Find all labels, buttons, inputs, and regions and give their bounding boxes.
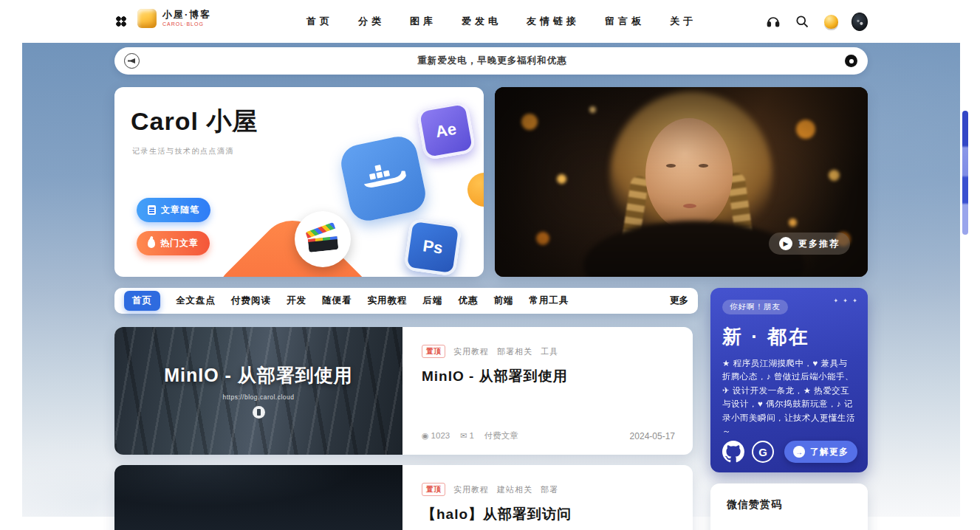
pinned-badge: 置顶 — [422, 483, 445, 496]
post-title[interactable]: MinIO - 从部署到使用 — [422, 367, 674, 386]
site-intro-card: Carol 小屋 记录生活与技术的点点滴滴 文章随笔 热门文章 Ae — [114, 87, 484, 277]
nav-item-categories[interactable]: 分类 — [358, 15, 385, 28]
tab-tutorials[interactable]: 实用教程 — [368, 295, 408, 307]
paid-label: 付费文章 — [484, 430, 518, 441]
post-tag[interactable]: 实用教程 — [453, 346, 489, 357]
photoshop-icon: Ps — [403, 218, 462, 276]
tab-casual[interactable]: 随便看 — [322, 295, 352, 307]
top-navbar: 小屋·博客 CAROL·BLOG 首页 分类 图库 爱发电 友情链接 留言板 关… — [0, 0, 980, 43]
announcement-bar: 重新爱发电，早晚更多福利和优惠 — [114, 47, 868, 75]
post-content: 置顶 实用教程 部署相关 工具 MinIO - 从部署到使用 ◉1023 ✉1 … — [402, 327, 693, 455]
post-tag[interactable]: 部署 — [541, 484, 558, 495]
final-cut-icon — [295, 211, 351, 267]
announcement-text[interactable]: 重新爱发电，早晚更多福利和优惠 — [140, 55, 845, 67]
announcement-action-icon[interactable] — [845, 55, 857, 67]
post-thumbnail-minio[interactable]: MinIO - 从部署到使用 https://blog.carol.cloud — [114, 327, 402, 455]
corner-decor-text: ✦ ✦ ✦ — [833, 297, 859, 304]
github-icon[interactable] — [722, 441, 744, 463]
learn-more-button[interactable]: → 了解更多 — [784, 441, 857, 463]
ae-label: Ae — [434, 120, 458, 142]
clapperboard-glyph — [307, 229, 339, 252]
tab-frontend[interactable]: 前端 — [494, 295, 514, 307]
tab-roundup[interactable]: 全文盘点 — [176, 295, 216, 307]
arrow-icon: → — [793, 446, 805, 458]
post-tag[interactable]: 工具 — [541, 346, 558, 357]
nav-item-about[interactable]: 关于 — [670, 15, 696, 28]
after-effects-icon: Ae — [416, 100, 476, 160]
page: 小屋·博客 CAROL·BLOG 首页 分类 图库 爱发电 友情链接 留言板 关… — [0, 0, 980, 530]
flame-icon — [148, 238, 155, 248]
orange-dot-decor — [467, 173, 484, 207]
post-title[interactable]: 【halo】从部署到访问 — [422, 505, 674, 524]
user-avatar[interactable] — [851, 13, 868, 30]
hot-posts-button-label: 热门文章 — [160, 237, 199, 249]
tab-home[interactable]: 首页 — [124, 291, 160, 311]
pinned-badge: 置顶 — [422, 345, 445, 358]
nav-item-message-board[interactable]: 留言板 — [605, 15, 645, 28]
views-count: ◉1023 — [422, 431, 450, 441]
document-icon — [148, 205, 156, 215]
nav-item-gallery[interactable]: 图库 — [410, 15, 436, 28]
post-date: 2024-05-17 — [630, 431, 675, 441]
post-tag[interactable]: 部署相关 — [497, 346, 532, 357]
profile-bio: ★ 程序员江湖摸爬中，♥ 兼具与折腾心态，♪ 曾做过后端小能手、✈ 设计开发一条… — [722, 357, 856, 438]
thumbnail-caption: https://blog.carol.cloud — [222, 393, 294, 401]
thumbnail-logo-icon — [253, 406, 265, 419]
scrollbar-thumb[interactable] — [962, 111, 968, 235]
profile-card: 你好啊！朋友 ✦ ✦ ✦ 新 · 都在 ★ 程序员江湖摸爬中，♥ 兼具与折腾心态… — [710, 288, 868, 472]
search-icon[interactable] — [794, 13, 810, 30]
nav-item-sponsor[interactable]: 爱发电 — [462, 15, 501, 28]
tab-backend[interactable]: 后端 — [423, 295, 443, 307]
post-content: 置顶 实用教程 建站相关 部署 【halo】从部署到访问 — [402, 465, 693, 530]
logo-cube-icon — [137, 9, 157, 28]
wechat-reward-card: 微信赞赏码 — [710, 483, 868, 530]
tab-paid-reading[interactable]: 付费阅读 — [231, 295, 271, 307]
main-nav: 首页 分类 图库 爱发电 友情链接 留言板 关于 — [306, 0, 696, 43]
headset-icon[interactable] — [765, 13, 781, 30]
learn-more-label: 了解更多 — [810, 446, 849, 458]
apps-grid-icon[interactable] — [115, 16, 127, 27]
post-meta-tags: 置顶 实用教程 部署相关 工具 — [422, 345, 674, 358]
views-icon: ◉ — [422, 431, 429, 440]
site-title: Carol 小屋 — [131, 105, 258, 139]
comments-count: ✉1 — [460, 431, 474, 441]
tabbar-more[interactable]: 更多 — [670, 295, 688, 307]
ps-label: Ps — [422, 236, 444, 258]
comment-icon: ✉ — [460, 431, 467, 440]
header-actions — [765, 0, 868, 43]
post-card-minio: MinIO - 从部署到使用 https://blog.carol.cloud … — [114, 327, 693, 455]
reward-icon[interactable] — [823, 13, 839, 30]
post-thumbnail-halo[interactable]: 【halo】从部署到访问 — [114, 465, 402, 530]
gitee-icon[interactable]: G — [752, 441, 774, 463]
site-tagline: 记录生活与技术的点点滴滴 — [132, 146, 234, 156]
post-tag[interactable]: 实用教程 — [453, 484, 489, 495]
logo-title: 小屋·博客 — [162, 10, 211, 20]
site-logo[interactable]: 小屋·博客 CAROL·BLOG — [137, 9, 211, 28]
docker-icon — [337, 133, 428, 224]
tab-dev[interactable]: 开发 — [287, 295, 306, 307]
more-recommendations-label: 更多推荐 — [798, 238, 840, 250]
hot-posts-button[interactable]: 热门文章 — [137, 231, 210, 255]
featured-banner[interactable]: ▶ 更多推荐 — [495, 87, 868, 277]
profile-footer: G → 了解更多 — [722, 441, 857, 463]
articles-button-label: 文章随笔 — [161, 204, 199, 216]
greeting-badge: 你好啊！朋友 — [722, 300, 788, 314]
post-meta-tags: 置顶 实用教程 建站相关 部署 — [422, 483, 674, 496]
profile-title: 新 · 都在 — [722, 324, 856, 350]
thumbnail-title: MinIO - 从部署到使用 — [164, 363, 353, 388]
tab-tools[interactable]: 常用工具 — [530, 295, 569, 307]
post-tag[interactable]: 建站相关 — [497, 484, 532, 495]
wechat-reward-title: 微信赞赏码 — [727, 498, 851, 512]
logo-subtitle: CAROL·BLOG — [162, 21, 211, 27]
more-recommendations-button[interactable]: ▶ 更多推荐 — [769, 233, 850, 255]
nav-item-friend-links[interactable]: 友情链接 — [527, 15, 580, 28]
post-meta-row: ◉1023 ✉1 付费文章 2024-05-17 — [422, 430, 675, 441]
post-card-halo: 【halo】从部署到访问 置顶 实用教程 建站相关 部署 【halo】从部署到访… — [114, 465, 693, 530]
articles-button[interactable]: 文章随笔 — [137, 198, 210, 222]
nav-item-home[interactable]: 首页 — [306, 15, 333, 28]
tab-deals[interactable]: 优惠 — [459, 295, 479, 307]
category-tabbar: 首页 全文盘点 付费阅读 开发 随便看 实用教程 后端 优惠 前端 常用工具 更… — [114, 288, 698, 314]
play-icon: ▶ — [779, 237, 792, 250]
megaphone-icon — [124, 53, 140, 69]
